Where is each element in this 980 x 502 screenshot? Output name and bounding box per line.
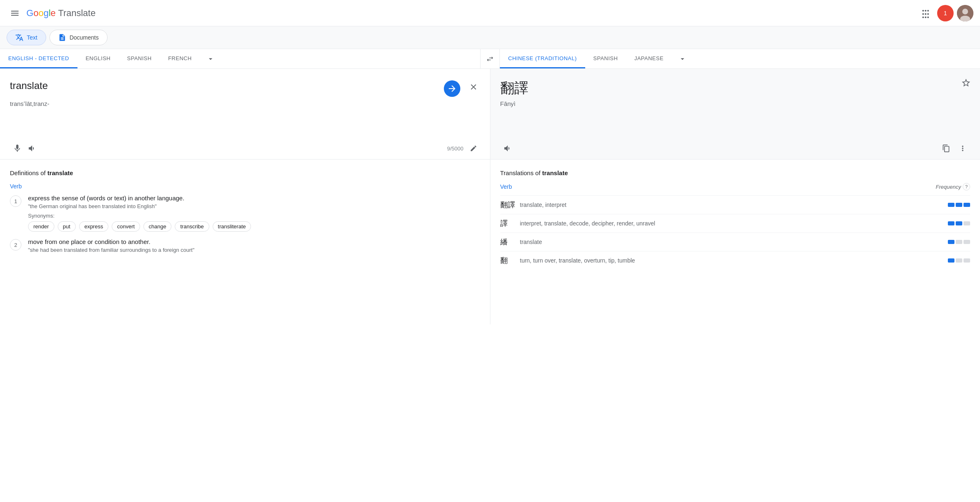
input-bottom-bar: 9/5000 [10,139,480,156]
swap-languages-button[interactable] [480,49,500,68]
mode-tabs: Text Documents [0,26,980,49]
apps-icon[interactable] [917,5,934,21]
trans-words-4: turn, turn over, translate, overturn, ti… [520,257,942,264]
trans-words-2: interpret, translate, decode, decipher, … [520,220,942,227]
svg-point-1 [962,9,968,14]
trans-freq-3 [948,240,970,244]
text-mode-tab[interactable]: Text [7,30,46,45]
synonyms-label: Synonyms: [28,213,251,219]
freq-bar [964,240,970,244]
source-lang-tab-spanish[interactable]: SPANISH [119,49,160,68]
input-panel: translate transˈlāt,tranz- [0,69,490,159]
definition-item-1: 1 express the sense of (words or text) i… [10,195,480,232]
edit-input-button[interactable] [467,142,480,155]
def-text-1: express the sense of (words or text) in … [28,195,251,202]
output-speaker-button[interactable] [500,141,515,156]
freq-bar [964,203,970,207]
trans-freq-1 [948,203,970,207]
freq-bar [956,203,962,207]
synonym-put[interactable]: put [58,221,76,232]
freq-bar [948,240,954,244]
char-count: 9/5000 [447,145,464,152]
output-bottom-bar [500,138,971,156]
input-phonetic: transˈlāt,tranz- [10,100,480,108]
freq-bar [948,221,954,225]
source-lang-more-button[interactable] [200,49,221,68]
definitions-title: Definitions of translate [10,169,480,176]
definitions-pos: Verb [10,183,480,190]
header: Google Translate 1 [0,0,980,26]
text-translate-icon [15,33,23,42]
target-lang-tab-spanish[interactable]: SPANISH [585,49,626,68]
synonym-transcribe[interactable]: transcribe [175,221,209,232]
documents-mode-label: Documents [70,34,99,41]
google-logo: Google [26,8,56,19]
header-right: 1 [917,5,973,21]
trans-char-4[interactable]: 翻 [500,256,520,265]
logo: Google Translate [26,8,96,19]
freq-bar [956,240,962,244]
documents-mode-tab[interactable]: Documents [49,30,108,45]
trans-char-3[interactable]: 繙 [500,237,520,247]
freq-bar [964,258,970,263]
logo-translate-label: Translate [58,8,96,19]
def-content-1: express the sense of (words or text) in … [28,195,251,232]
definitions-panel: Definitions of translate Verb 1 express … [0,160,490,324]
target-lang-more-button[interactable] [672,49,693,68]
synonym-change[interactable]: change [143,221,172,232]
translation-row-4: 翻 turn, turn over, translate, overturn, … [500,251,971,270]
freq-bar [956,258,962,263]
trans-words-1: translate, interpret [520,202,942,208]
menu-icon[interactable] [7,5,23,21]
source-lang-tab-french[interactable]: FRENCH [160,49,200,68]
synonym-render[interactable]: render [28,221,54,232]
synonyms-list: render put express convert change transc… [28,221,251,232]
copy-button[interactable] [939,141,954,156]
target-lang-panel: CHINESE (TRADITIONAL) SPANISH JAPANESE [500,49,980,68]
text-mode-label: Text [27,34,38,41]
language-bar: ENGLISH - DETECTED ENGLISH SPANISH FRENC… [0,49,980,69]
definition-item-2: 2 move from one place or condition to an… [10,238,480,256]
trans-freq-2 [948,221,970,225]
translation-row-3: 繙 translate [500,232,971,251]
trans-char-2[interactable]: 譯 [500,218,520,228]
input-text[interactable]: translate [10,79,437,93]
more-options-button[interactable] [955,141,970,156]
output-panel: 翻譯 Fānyì [490,69,980,159]
def-content-2: move from one place or condition to anot… [28,238,195,256]
output-text: 翻譯 [500,79,971,97]
clear-input-button[interactable] [467,80,480,94]
def-example-1: "the German original has been translated… [28,203,251,209]
synonym-transliterate[interactable]: transliterate [213,221,251,232]
target-lang-tab-chinese-traditional[interactable]: CHINESE (TRADITIONAL) [500,49,585,68]
star-button[interactable] [959,75,973,90]
frequency-label: Frequency [936,184,961,190]
translation-row-1: 翻譯 translate, interpret [500,195,971,214]
translate-button[interactable] [444,80,460,97]
freq-bar [948,258,954,263]
source-lang-tab-english-detected[interactable]: ENGLISH - DETECTED [0,49,77,68]
translations-panel: Translations of translate Verb Frequency… [490,160,980,324]
frequency-header: Verb Frequency ? [500,183,971,190]
translations-pos: Verb [500,183,512,190]
synonym-express[interactable]: express [79,221,109,232]
translations-title: Translations of translate [500,169,971,176]
trans-char-1[interactable]: 翻譯 [500,200,520,210]
output-right-actions [939,141,970,156]
def-text-2: move from one place or condition to anot… [28,238,195,245]
source-lang-panel: ENGLISH - DETECTED ENGLISH SPANISH FRENC… [0,49,480,68]
avatar[interactable] [957,5,973,21]
trans-freq-4 [948,258,970,263]
frequency-info-icon[interactable]: ? [963,183,970,190]
freq-bar [964,221,970,225]
microphone-button[interactable] [10,141,25,156]
target-lang-tab-japanese[interactable]: JAPANESE [626,49,672,68]
input-speaker-button[interactable] [25,141,40,156]
def-number-1: 1 [10,195,21,207]
notification-badge[interactable]: 1 [937,5,954,21]
lower-area: Definitions of translate Verb 1 express … [0,160,980,324]
def-example-2: "she had been translated from familiar s… [28,247,195,253]
documents-icon [58,33,66,42]
source-lang-tab-english[interactable]: ENGLISH [77,49,119,68]
synonym-convert[interactable]: convert [112,221,140,232]
